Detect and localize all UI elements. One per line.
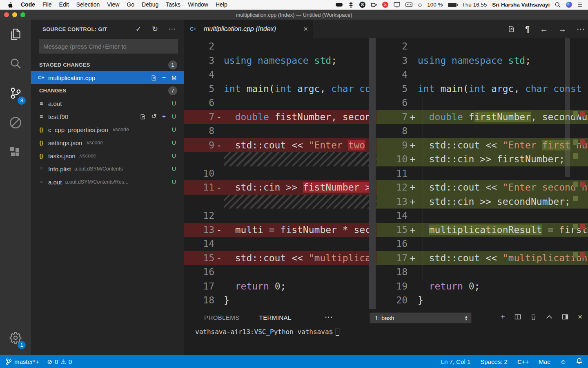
indentation-status[interactable]: Spaces: 2 xyxy=(480,358,508,365)
scm-file-Info.plist[interactable]: ≡Info.plista.out.dSYM/ContentsU xyxy=(31,162,184,175)
discard-action-icon[interactable]: ↺ xyxy=(151,113,156,120)
feedback-smiley-icon[interactable]: ☺ xyxy=(560,359,566,365)
spotlight-icon[interactable] xyxy=(555,2,561,8)
navigate-back-icon[interactable]: ← xyxy=(540,25,548,33)
menu-view[interactable]: View xyxy=(103,0,123,9)
more-actions-button[interactable]: ⋯ xyxy=(168,25,176,33)
unstage-action-icon[interactable]: − xyxy=(162,74,166,81)
terminal-content[interactable]: vathsava-air13:VSC_Python vathsava$ xyxy=(195,328,339,336)
refresh-button[interactable]: ↻ xyxy=(152,25,158,33)
menu-edit[interactable]: Edit xyxy=(56,0,73,9)
siri-icon[interactable] xyxy=(566,2,572,8)
menu-selection[interactable]: Selection xyxy=(73,0,104,9)
skype-icon[interactable]: S xyxy=(359,2,365,8)
diff-row-right-10: 10+ std::cin >> firstNumber; xyxy=(376,152,588,166)
overview-ruler xyxy=(572,38,588,309)
status-bar-right: Ln 7, Col 1 Spaces: 2 C++ Mac ☺ xyxy=(441,358,582,366)
close-panel-icon[interactable]: × xyxy=(578,313,582,321)
open-file-icon[interactable] xyxy=(508,25,515,33)
source-control-icon[interactable]: 8 xyxy=(0,79,31,108)
language-mode-status[interactable]: C++ xyxy=(517,358,529,365)
scm-file-c_cpp_properties.json[interactable]: {}c_cpp_properties.json.vscodeU xyxy=(31,123,184,136)
panel-more-icon[interactable]: ⋯ xyxy=(325,313,333,321)
line-number: 17 xyxy=(184,279,214,294)
menu-help[interactable]: Help xyxy=(212,0,231,9)
notifications-bell-icon[interactable] xyxy=(576,358,582,366)
sidebar-header: SOURCE CONTROL: GIT ✓ ↻ ⋯ xyxy=(31,20,184,38)
cup-icon[interactable] xyxy=(371,2,377,8)
status-capsule-icon[interactable] xyxy=(336,3,343,7)
debug-disabled-icon[interactable] xyxy=(0,108,31,137)
staged-changes-label: STAGED CHANGES xyxy=(39,62,90,68)
display-icon[interactable] xyxy=(394,2,400,7)
eol-status[interactable]: Mac xyxy=(539,358,550,365)
new-terminal-icon[interactable]: + xyxy=(501,313,505,321)
line-number: 18 xyxy=(184,293,214,307)
minimize-window-button[interactable] xyxy=(12,12,17,17)
code-text: return 0; xyxy=(418,279,588,294)
extensions-icon[interactable] xyxy=(0,137,31,167)
overview-mark-added xyxy=(573,153,578,159)
user-name[interactable]: Sri Harsha Vathsavayi xyxy=(492,2,550,8)
commit-button[interactable]: ✓ xyxy=(136,25,142,33)
navigate-forward-icon[interactable]: → xyxy=(558,25,566,33)
git-branch-status[interactable]: master*+ xyxy=(6,358,39,365)
app-menu-code[interactable]: Code xyxy=(17,0,39,9)
panel-tab-problems[interactable]: PROBLEMS xyxy=(204,309,240,326)
maximize-panel-icon[interactable] xyxy=(546,315,552,319)
split-terminal-icon[interactable] xyxy=(514,314,521,320)
tab-multiplication-cpp[interactable]: C+ multiplication.cpp (Index) × xyxy=(184,20,313,38)
scrollbar-slider[interactable] xyxy=(565,38,570,177)
menu-file[interactable]: File xyxy=(39,0,56,9)
staged-changes-header[interactable]: STAGED CHANGES 1 xyxy=(31,58,184,71)
search-icon[interactable] xyxy=(0,49,31,79)
scm-file-settings.json[interactable]: {}settings.json.vscodeU xyxy=(31,136,184,149)
editor-more-actions-icon[interactable]: ⋯ xyxy=(577,25,585,33)
staged-count-badge: 1 xyxy=(168,61,177,70)
do-not-disturb-icon[interactable]: × xyxy=(382,2,388,8)
panel-tab-terminal[interactable]: TERMINAL xyxy=(259,309,292,326)
tab-close-icon[interactable]: × xyxy=(303,25,308,33)
menu-clock[interactable]: Thu 16.55 xyxy=(462,2,487,8)
kill-terminal-icon[interactable] xyxy=(530,314,537,320)
settings-gear-icon[interactable]: 1 xyxy=(0,323,31,352)
diff-left-rows: 23using namespace std;45int main(int arg… xyxy=(184,39,376,307)
explorer-icon[interactable] xyxy=(0,20,31,49)
restore-panel-icon[interactable] xyxy=(562,314,568,320)
commit-message-input[interactable] xyxy=(39,39,178,54)
menu-tasks[interactable]: Tasks xyxy=(162,0,184,9)
close-window-button[interactable] xyxy=(4,12,9,17)
scm-file-tasks.json[interactable]: {}tasks.json.vscodeU xyxy=(31,149,184,162)
diff-editor[interactable]: 23using namespace std;45int main(int arg… xyxy=(184,38,588,309)
menu-window[interactable]: Window xyxy=(184,0,212,9)
line-number: 2 xyxy=(376,39,408,54)
apple-menu-icon[interactable] xyxy=(3,2,17,8)
problems-status[interactable]: ⊘ 0 ⚠ 0 xyxy=(47,358,72,365)
git-status-U: U xyxy=(171,126,177,133)
menu-go[interactable]: Go xyxy=(123,0,138,9)
diff-splitter-sash[interactable] xyxy=(369,38,376,309)
diff-row-right-19: 19 return 0; xyxy=(376,279,588,294)
dropbox-icon[interactable] xyxy=(348,2,354,8)
line-number: 3 xyxy=(184,54,214,68)
cursor-position-status[interactable]: Ln 7, Col 1 xyxy=(441,358,471,365)
diff-row-left-12: 12 xyxy=(184,209,376,223)
editor-region: C+ multiplication.cpp (Index) × ¶ ← → ⋯ … xyxy=(184,20,588,355)
zoom-window-button[interactable] xyxy=(20,12,25,17)
stage-action-icon[interactable]: + xyxy=(162,113,166,120)
open-action-icon[interactable] xyxy=(151,75,157,81)
menu-bar-status-area: S × ◇ 100 % Thu 16.55 Sri Harsha Vathsav… xyxy=(336,2,585,8)
changes-header[interactable]: CHANGES 7 xyxy=(31,84,184,97)
menu-debug[interactable]: Debug xyxy=(138,0,162,9)
alfred-icon[interactable]: ◇ xyxy=(418,2,422,7)
scm-file-test.f90[interactable]: ≡test.f90↺+U xyxy=(31,110,184,123)
toggle-whitespace-icon[interactable]: ¶ xyxy=(525,25,530,33)
open-action-icon[interactable] xyxy=(140,114,146,120)
notification-center-icon[interactable]: ☰ xyxy=(577,2,582,7)
terminal-shell-select[interactable]: 1: bash ▲▼ xyxy=(370,312,472,323)
scm-file-a.out[interactable]: ≡a.outU xyxy=(31,97,184,110)
line-number: 19 xyxy=(376,279,408,294)
keyboard-icon[interactable] xyxy=(405,2,412,7)
scm-file-a.out[interactable]: ≡a.outa.out.dSYM/Contents/Res...U xyxy=(31,175,184,188)
scm-file-multiplication.cpp[interactable]: C+multiplication.cpp−M xyxy=(31,71,184,84)
